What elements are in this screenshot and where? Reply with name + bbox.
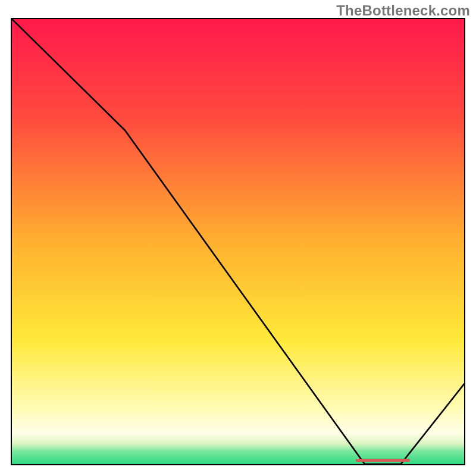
watermark-text: TheBottleneck.com bbox=[336, 2, 470, 19]
chart-container: TheBottleneck.com bbox=[0, 0, 476, 476]
plot-area bbox=[11, 18, 465, 465]
bottleneck-curve bbox=[12, 19, 464, 464]
optimal-range-marker bbox=[356, 459, 410, 462]
